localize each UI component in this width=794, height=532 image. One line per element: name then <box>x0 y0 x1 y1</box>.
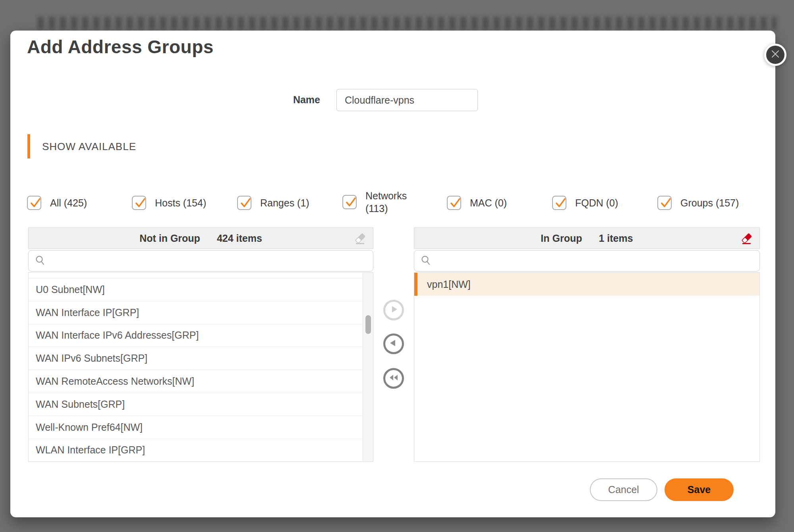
checkbox-networks[interactable] <box>342 195 357 209</box>
filter-hosts: Hosts (154) <box>132 196 206 210</box>
list-item[interactable]: WAN Interface IPv6 Addresses[GRP] <box>29 324 373 347</box>
page-title: Add Address Groups <box>27 36 214 58</box>
filter-groups: Groups (157) <box>657 196 739 210</box>
section-accent-bar <box>27 134 30 158</box>
filter-fqdn: FQDN (0) <box>552 196 618 210</box>
filter-label: MAC (0) <box>470 197 507 209</box>
checkbox-groups[interactable] <box>657 196 672 210</box>
clear-selection-icon[interactable] <box>354 232 367 245</box>
name-field[interactable] <box>336 89 478 111</box>
list-item[interactable]: WAN RemoteAccess Networks[NW] <box>29 370 373 393</box>
list-item[interactable]: WLAN Interface IP[GRP] <box>29 439 373 462</box>
checkbox-hosts[interactable] <box>132 196 146 210</box>
in-group-title: In Group <box>541 233 582 244</box>
screen: Add Address Groups Name SHOW AVAILABLE A… <box>0 0 794 532</box>
double-arrow-left-icon <box>388 373 399 384</box>
arrow-right-icon <box>389 305 398 315</box>
not-in-group-header: Not in Group 424 items <box>28 227 373 249</box>
filter-label: FQDN (0) <box>575 197 618 209</box>
close-icon <box>771 49 780 60</box>
cancel-button[interactable]: Cancel <box>590 478 657 501</box>
background-blur-band <box>38 17 777 29</box>
selected-list-item[interactable]: vpn1[NW] <box>414 273 759 296</box>
check-icon <box>344 196 357 209</box>
scrollbar-track[interactable] <box>363 273 373 461</box>
filter-label: Networks (113) <box>365 189 413 215</box>
filter-label: Groups (157) <box>680 197 739 209</box>
partial-row <box>29 273 373 278</box>
filter-label: All (425) <box>50 197 87 209</box>
not-in-group-list: U0 Subnet[NW] WAN Interface IP[GRP] WAN … <box>28 272 373 462</box>
list-item[interactable]: Well-Known Pref64[NW] <box>29 416 373 439</box>
in-group-header: In Group 1 items <box>414 227 760 249</box>
in-group-search[interactable] <box>414 250 760 272</box>
show-available-heading: SHOW AVAILABLE <box>42 141 136 153</box>
in-group-count: 1 items <box>599 233 633 244</box>
list-item[interactable]: WAN IPv6 Subnets[GRP] <box>29 347 373 370</box>
clear-group-icon[interactable] <box>740 232 753 245</box>
arrow-left-icon <box>389 339 398 349</box>
search-icon <box>35 255 46 267</box>
list-item[interactable]: U0 Subnet[NW] <box>29 278 373 301</box>
not-in-group-search[interactable] <box>28 250 373 272</box>
check-icon <box>659 197 672 210</box>
filter-networks: Networks (113) <box>342 189 413 215</box>
list-item[interactable]: WAN Interface IP[GRP] <box>29 301 373 324</box>
name-label: Name <box>249 94 320 106</box>
filter-mac: MAC (0) <box>447 196 507 210</box>
list-item[interactable]: WAN Subnets[GRP] <box>29 393 373 416</box>
search-input[interactable] <box>50 255 373 267</box>
scrollbar-thumb[interactable] <box>365 315 371 334</box>
check-icon <box>239 197 252 210</box>
filter-ranges: Ranges (1) <box>237 196 309 210</box>
in-group-list: vpn1[NW] <box>414 272 760 462</box>
check-icon <box>448 197 462 210</box>
checkbox-ranges[interactable] <box>237 196 251 210</box>
checkbox-fqdn[interactable] <box>552 196 566 210</box>
check-icon <box>133 197 147 210</box>
filter-label: Hosts (154) <box>155 197 206 209</box>
checkbox-mac[interactable] <box>447 196 461 210</box>
close-button[interactable] <box>764 44 786 66</box>
filter-all: All (425) <box>27 196 87 210</box>
check-icon <box>29 197 42 210</box>
search-icon <box>421 255 431 267</box>
move-right-button[interactable] <box>383 300 404 320</box>
not-in-group-title: Not in Group <box>139 233 200 244</box>
not-in-group-count: 424 items <box>217 233 262 244</box>
search-input[interactable] <box>436 255 759 267</box>
move-all-left-button[interactable] <box>383 368 404 389</box>
save-button[interactable]: Save <box>665 478 734 501</box>
checkbox-all[interactable] <box>27 196 41 210</box>
filter-label: Ranges (1) <box>260 197 309 209</box>
move-left-button[interactable] <box>383 333 404 354</box>
add-address-groups-dialog: Add Address Groups Name SHOW AVAILABLE A… <box>10 31 775 517</box>
check-icon <box>554 197 567 210</box>
